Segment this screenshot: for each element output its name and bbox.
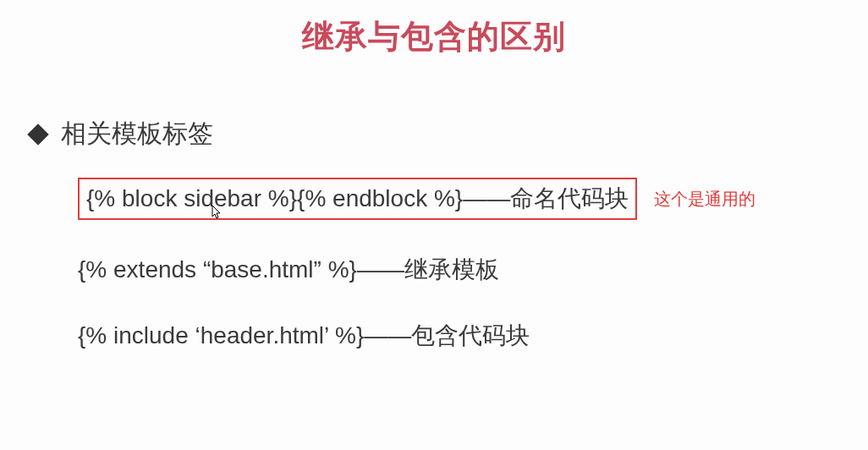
block-tag-box: {% block sidebar %}{% endblock %}——命名代码块: [78, 178, 637, 220]
tag-line-block: {% block sidebar %}{% endblock %}——命名代码块…: [78, 178, 755, 220]
section-header: 相关模板标签: [24, 117, 213, 151]
tag-line-include: {% include ‘header.html’ %}——包含代码块: [78, 320, 755, 352]
section-label: 相关模板标签: [61, 117, 213, 151]
tag-line-extends: {% extends “base.html” %}——继承模板: [78, 254, 755, 286]
slide-title: 继承与包含的区别: [0, 0, 868, 58]
include-tag-text: {% include ‘header.html’ %}——包含代码块: [78, 320, 530, 352]
extends-tag-text: {% extends “base.html” %}——继承模板: [78, 254, 499, 286]
diamond-bullet-icon: [27, 123, 48, 145]
tag-list: {% block sidebar %}{% endblock %}——命名代码块…: [78, 178, 755, 386]
block-annotation: 这个是通用的: [654, 188, 755, 211]
